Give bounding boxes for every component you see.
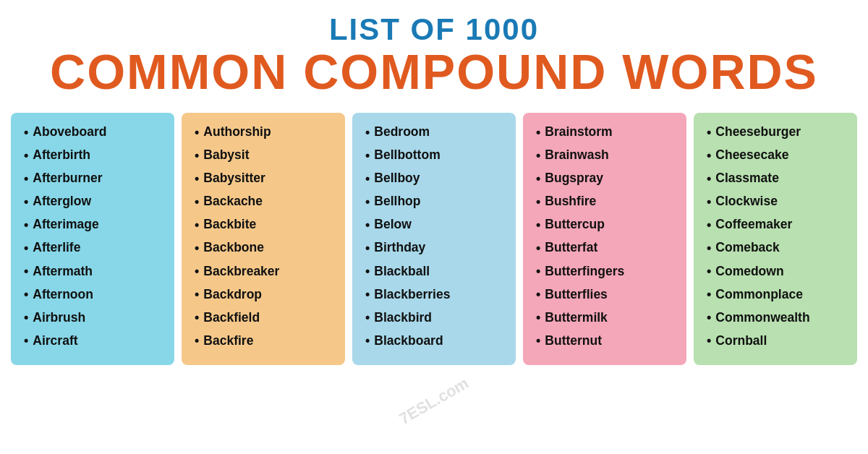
list-item: Classmate [707,169,850,188]
list-item: Aftermath [24,262,167,280]
list-item: Bugspray [536,169,679,188]
list-item: Bellbottom [365,146,509,165]
list-item: Babysitter [195,169,338,188]
list-item: Butterfingers [536,262,679,280]
list-item: Cheeseburger [707,123,850,142]
list-item: Airbrush [24,308,167,327]
list-item: Babysit [195,146,338,165]
list-item: Commonwealth [707,308,850,327]
list-item: Blackball [365,262,509,280]
list-item: Clockwise [707,192,850,211]
list-item: Brainstorm [536,123,679,142]
page-wrapper: LIST OF 1000 COMMON COMPOUND WORDS Above… [0,0,868,454]
columns-container: AboveboardAfterbirthAfterburnerAfterglow… [0,106,868,372]
list-item: Backdrop [195,285,338,304]
list-item: Backache [195,192,338,211]
list-item: Cornball [707,331,850,350]
list-item: Coffeemaker [707,215,850,234]
list-item: Afterburner [24,169,167,188]
list-item: Blackberries [365,285,509,304]
list-item: Backfield [195,308,338,327]
column-4: BrainstormBrainwashBugsprayBushfireButte… [523,113,686,365]
watermark: 7ESL.com [396,374,472,429]
list-item: Authorship [195,123,338,142]
list-item: Bedroom [365,123,509,142]
list-item: Brainwash [536,146,679,165]
list-item: Backfire [195,331,338,350]
list-item: Butternut [536,331,679,350]
column-2: AuthorshipBabysitBabysitterBackacheBackb… [182,113,345,365]
list-item: Backbone [195,239,338,257]
column-1: AboveboardAfterbirthAfterburnerAfterglow… [11,113,174,365]
list-item: Bushfire [536,192,679,211]
list-item: Blackboard [365,331,509,350]
list-item: Afterbirth [24,146,167,165]
list-item: Backbreaker [195,262,338,280]
list-item: Commonplace [707,285,850,304]
list-item: Backbite [195,215,338,234]
list-item: Birthday [365,239,509,257]
list-item: Blackbird [365,308,509,327]
list-item: Buttercup [536,215,679,234]
list-item: Comeback [707,239,850,257]
list-item: Aircraft [24,331,167,350]
list-item: Butterfat [536,239,679,257]
column-3: BedroomBellbottomBellboyBellhopBelowBirt… [352,113,516,365]
list-item: Cheesecake [707,146,850,165]
list-item: Bellboy [365,169,509,188]
list-item: Comedown [707,262,850,280]
column-5: CheeseburgerCheesecakeClassmateClockwise… [694,113,857,365]
list-item: Butterflies [536,285,679,304]
list-item: Aboveboard [24,123,167,142]
list-item: Below [365,215,509,234]
list-item: Afterimage [24,215,167,234]
list-item: Bellhop [365,192,509,211]
list-item: Afternoon [24,285,167,304]
list-item: Afterlife [24,239,167,257]
header: LIST OF 1000 COMMON COMPOUND WORDS [0,0,868,106]
list-item: Afterglow [24,192,167,211]
list-item: Buttermilk [536,308,679,327]
header-line2: COMMON COMPOUND WORDS [7,46,861,98]
header-line1: LIST OF 1000 [7,13,861,46]
